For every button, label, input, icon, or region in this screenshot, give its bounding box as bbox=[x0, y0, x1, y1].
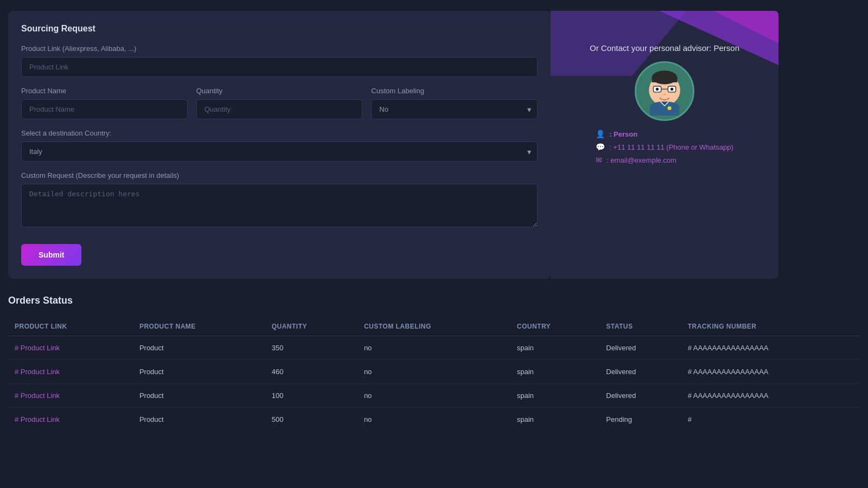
cell-link-3: # Product Link bbox=[8, 408, 133, 432]
advisor-name-row: 👤 : Person bbox=[596, 130, 733, 138]
svg-rect-5 bbox=[652, 78, 678, 82]
cell-tracking-0: # AAAAAAAAAAAAAAAA bbox=[681, 336, 860, 360]
page-wrapper: Sourcing Request Product Link (Aliexpres… bbox=[0, 0, 868, 488]
cell-country-3: spain bbox=[510, 408, 600, 432]
cell-product-2: Product bbox=[133, 384, 265, 408]
orders-table-header-row: PRODUCT LINK PRODUCT NAME QUANTITY CUSTO… bbox=[8, 317, 860, 336]
col-status: STATUS bbox=[599, 317, 681, 336]
product-name-input[interactable] bbox=[21, 99, 188, 119]
country-group: Select a destination Country: Italy Spai… bbox=[21, 129, 538, 162]
product-link-group: Product Link (Aliexpress, Alibaba, ...) bbox=[21, 44, 538, 77]
cell-qty-3: 500 bbox=[265, 408, 358, 432]
svg-point-11 bbox=[663, 94, 666, 96]
cell-labeling-1: no bbox=[358, 360, 510, 384]
advisor-email-row: ✉ : email@exemple.com bbox=[596, 156, 733, 164]
cell-qty-2: 100 bbox=[265, 384, 358, 408]
country-label: Select a destination Country: bbox=[21, 129, 538, 137]
cell-qty-0: 350 bbox=[265, 336, 358, 360]
orders-table: PRODUCT LINK PRODUCT NAME QUANTITY CUSTO… bbox=[8, 317, 860, 431]
submit-button[interactable]: Submit bbox=[21, 244, 81, 266]
orders-title: Orders Status bbox=[8, 295, 860, 306]
country-select-wrapper: Italy Spain France Germany USA bbox=[21, 142, 538, 162]
quantity-label: Quantity bbox=[196, 87, 363, 95]
cell-tracking-2: # AAAAAAAAAAAAAAAA bbox=[681, 384, 860, 408]
product-name-group: Product Name bbox=[21, 87, 188, 119]
cell-status-0: Delivered bbox=[599, 336, 681, 360]
advisor-email-label: : email@exemple.com bbox=[607, 156, 676, 164]
product-link-3[interactable]: # Product Link bbox=[15, 415, 60, 423]
orders-table-head: PRODUCT LINK PRODUCT NAME QUANTITY CUSTO… bbox=[8, 317, 860, 336]
form-title: Sourcing Request bbox=[21, 24, 538, 34]
cell-country-2: spain bbox=[510, 384, 600, 408]
table-row: # Product Link Product 350 no spain Deli… bbox=[8, 336, 860, 360]
country-select[interactable]: Italy Spain France Germany USA bbox=[21, 142, 538, 162]
cell-product-3: Product bbox=[133, 408, 265, 432]
cell-status-1: Delivered bbox=[599, 360, 681, 384]
quantity-input[interactable] bbox=[196, 99, 363, 119]
cell-qty-1: 460 bbox=[265, 360, 358, 384]
product-link-0[interactable]: # Product Link bbox=[15, 344, 60, 352]
advisor-phone-label: : +11 11 11 11 11 (Phone or Whatsapp) bbox=[609, 143, 733, 151]
cell-country-1: spain bbox=[510, 360, 600, 384]
custom-labeling-label: Custom Labeling bbox=[371, 87, 538, 95]
advisor-panel: Or Contact your personal advisor: Person bbox=[551, 11, 778, 279]
advisor-name-label: : Person bbox=[609, 130, 637, 138]
orders-section: Orders Status PRODUCT LINK PRODUCT NAME … bbox=[0, 279, 868, 442]
cell-country-0: spain bbox=[510, 336, 600, 360]
cell-status-2: Delivered bbox=[599, 384, 681, 408]
cell-product-0: Product bbox=[133, 336, 265, 360]
product-link-1[interactable]: # Product Link bbox=[15, 368, 60, 376]
advisor-avatar bbox=[635, 61, 694, 121]
advisor-contact-info: 👤 : Person 💬 : +11 11 11 11 11 (Phone or… bbox=[596, 130, 733, 169]
product-name-label: Product Name bbox=[21, 87, 188, 95]
cell-labeling-0: no bbox=[358, 336, 510, 360]
col-custom-labeling: CUSTOM LABELING bbox=[358, 317, 510, 336]
table-row: # Product Link Product 500 no spain Pend… bbox=[8, 408, 860, 432]
custom-labeling-select[interactable]: No Yes bbox=[371, 99, 538, 119]
sourcing-form-card: Sourcing Request Product Link (Aliexpres… bbox=[8, 11, 551, 279]
svg-point-9 bbox=[656, 88, 659, 91]
col-country: COUNTRY bbox=[510, 317, 600, 336]
custom-labeling-select-wrapper: No Yes bbox=[371, 99, 538, 119]
table-row: # Product Link Product 100 no spain Deli… bbox=[8, 384, 860, 408]
cell-tracking-1: # AAAAAAAAAAAAAAAA bbox=[681, 360, 860, 384]
cell-link-1: # Product Link bbox=[8, 360, 133, 384]
quantity-group: Quantity bbox=[196, 87, 363, 119]
col-product-name: PRODUCT NAME bbox=[133, 317, 265, 336]
orders-table-body: # Product Link Product 350 no spain Deli… bbox=[8, 336, 860, 432]
svg-point-10 bbox=[671, 88, 673, 91]
svg-point-12 bbox=[667, 106, 671, 110]
advisor-phone-row: 💬 : +11 11 11 11 11 (Phone or Whatsapp) bbox=[596, 143, 733, 151]
custom-labeling-group: Custom Labeling No Yes bbox=[371, 87, 538, 119]
advisor-title: Or Contact your personal advisor: Person bbox=[590, 43, 739, 53]
custom-request-textarea[interactable] bbox=[21, 184, 538, 227]
top-section: Sourcing Request Product Link (Aliexpres… bbox=[0, 0, 868, 279]
product-link-input[interactable] bbox=[21, 57, 538, 77]
col-quantity: QUANTITY bbox=[265, 317, 358, 336]
cell-labeling-3: no bbox=[358, 408, 510, 432]
custom-request-group: Custom Request (Describe your request in… bbox=[21, 171, 538, 229]
cell-product-1: Product bbox=[133, 360, 265, 384]
cell-link-0: # Product Link bbox=[8, 336, 133, 360]
custom-request-label: Custom Request (Describe your request in… bbox=[21, 171, 538, 179]
cell-status-3: Pending bbox=[599, 408, 681, 432]
product-row: Product Name Quantity Custom Labeling No… bbox=[21, 87, 538, 129]
email-icon: ✉ bbox=[596, 156, 602, 164]
cell-labeling-2: no bbox=[358, 384, 510, 408]
avatar-svg bbox=[640, 67, 689, 115]
col-tracking: TRACKING NUMBER bbox=[681, 317, 860, 336]
product-link-2[interactable]: # Product Link bbox=[15, 391, 60, 400]
chat-icon: 💬 bbox=[596, 143, 605, 151]
person-icon: 👤 bbox=[596, 130, 605, 138]
col-product-link: PRODUCT LINK bbox=[8, 317, 133, 336]
table-row: # Product Link Product 460 no spain Deli… bbox=[8, 360, 860, 384]
product-link-label: Product Link (Aliexpress, Alibaba, ...) bbox=[21, 44, 538, 53]
cell-tracking-3: # bbox=[681, 408, 860, 432]
cell-link-2: # Product Link bbox=[8, 384, 133, 408]
